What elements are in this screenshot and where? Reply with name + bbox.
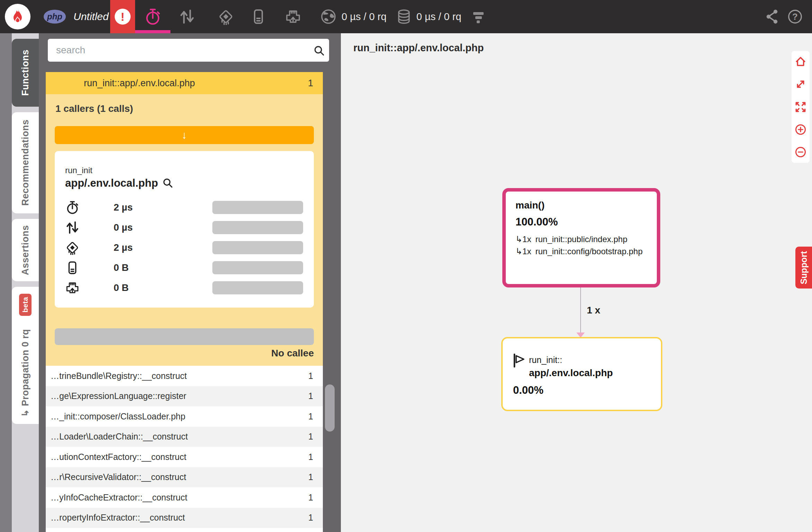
- function-list-item[interactable]: …::__construct 1: [46, 528, 323, 532]
- tab-label: Recommendations: [20, 119, 31, 206]
- metric-row-io: 0 µs: [55, 218, 314, 238]
- function-list-item[interactable]: …utionContextFactory::__construct 1: [46, 447, 323, 467]
- metric-value: 0 B: [114, 262, 129, 273]
- function-list-item[interactable]: …r\RecursiveValidator::__construct 1: [46, 467, 323, 488]
- svg-text:?: ?: [792, 12, 798, 21]
- callers-block: 1 callers (1 calls) ↓ run_init app/.env.…: [46, 94, 323, 366]
- tab-recommendations[interactable]: Recommendations: [12, 112, 39, 213]
- metric-bar: [212, 281, 303, 294]
- exclamation-icon: !: [115, 9, 131, 25]
- support-tab[interactable]: Support: [795, 247, 812, 289]
- selected-function-row[interactable]: run_init::app/.env.local.php 1: [46, 72, 323, 94]
- metric-row-wall-time: 2 µs: [55, 197, 314, 218]
- tab-label: ↳ Propagation 0 rq: [20, 329, 31, 417]
- php-language-badge: php: [44, 10, 66, 24]
- call-count: 1: [308, 411, 313, 422]
- callee-line: ↳1xrun_init::config/bootstrap.php: [515, 245, 657, 257]
- tab-label: Functions: [20, 50, 31, 96]
- node-name: app/.env.local.php: [529, 367, 661, 379]
- zoom-in-icon[interactable]: [794, 123, 807, 136]
- graph-node-main[interactable]: main() 100.00% ↳1xrun_init::public/index…: [502, 188, 660, 287]
- globe-icon[interactable]: [320, 8, 337, 25]
- tab-assertions[interactable]: Assertions: [12, 219, 39, 281]
- help-icon[interactable]: ?: [787, 9, 803, 25]
- rail-shadow: [0, 33, 12, 532]
- call-count: 1: [308, 452, 313, 462]
- errors-tab[interactable]: !: [110, 0, 135, 33]
- node-title: main(): [515, 200, 657, 211]
- call-count: 1: [308, 371, 313, 381]
- metric-value: 0 µs: [114, 222, 133, 233]
- network-icon: [65, 281, 80, 295]
- expand-diagonal-icon[interactable]: [794, 78, 807, 91]
- tab-label: Assertions: [20, 225, 31, 275]
- callee-line: ↳1xrun_init::public/index.php: [515, 233, 657, 245]
- metric-bar: [212, 221, 303, 234]
- callers-heading: 1 callers (1 calls): [55, 103, 133, 114]
- network-icon[interactable]: [285, 8, 301, 25]
- search-input[interactable]: [48, 39, 329, 62]
- beta-badge: beta: [19, 294, 32, 316]
- caller-expand-bar[interactable]: ↓: [55, 126, 314, 144]
- call-count: 1: [308, 493, 313, 503]
- sql-queries-stat: 0 µs / 0 rq: [416, 0, 461, 33]
- function-list-item[interactable]: …ge\ExpressionLanguage::register 1: [46, 386, 323, 407]
- functions-panel: run_init::app/.env.local.php 1 1 callers…: [39, 33, 341, 532]
- search-icon: [312, 44, 326, 58]
- blackfire-logo[interactable]: [5, 4, 30, 29]
- panel-scrollbar-thumb[interactable]: [325, 384, 335, 432]
- function-list-item[interactable]: …yInfoCacheExtractor::__construct 1: [46, 487, 323, 508]
- io-arrows-icon[interactable]: [179, 8, 195, 25]
- memory-icon: [65, 260, 80, 275]
- cpu-icon[interactable]: [218, 8, 234, 25]
- metric-bar: [212, 261, 303, 274]
- magnifier-icon[interactable]: [161, 177, 175, 190]
- graph-node-target[interactable]: run_init:: app/.env.local.php 0.00%: [501, 337, 662, 411]
- function-detail-card: run_init app/.env.local.php 2 µs: [55, 151, 314, 308]
- function-list-item[interactable]: …ropertyInfoExtractor::__construct 1: [46, 508, 323, 528]
- metric-row-cpu: 2 µs: [55, 238, 314, 258]
- zoom-out-icon[interactable]: [794, 145, 807, 159]
- cpu-icon: [65, 240, 80, 255]
- metric-row-network: 0 B: [55, 278, 314, 298]
- memory-icon[interactable]: [250, 8, 267, 25]
- function-name: app/.env.local.php: [65, 177, 158, 189]
- function-list-item[interactable]: …_init::composer/ClassLoader.php 1: [46, 406, 323, 427]
- call-graph-canvas[interactable]: run_init::app/.env.local.php main() 100.…: [341, 33, 812, 532]
- profile-name[interactable]: Untitled: [73, 0, 109, 33]
- database-icon[interactable]: [396, 8, 412, 25]
- tab-propagation[interactable]: beta ↳ Propagation 0 rq: [12, 287, 39, 424]
- wall-time-tab[interactable]: [135, 0, 170, 33]
- flag-icon: [513, 354, 526, 366]
- function-list-item[interactable]: …trineBundle\Registry::__construct 1: [46, 366, 323, 386]
- call-count: 1: [308, 432, 313, 442]
- metric-bar: [212, 201, 303, 214]
- metric-value: 2 µs: [114, 242, 133, 253]
- stopwatch-icon: [144, 8, 162, 26]
- graph-title: run_init::app/.env.local.php: [353, 42, 484, 54]
- call-count: 1: [308, 472, 313, 482]
- call-count: 1: [308, 513, 313, 523]
- fullscreen-icon[interactable]: [794, 100, 807, 114]
- node-namespace: run_init::: [529, 355, 562, 365]
- no-callee-label: No callee: [271, 348, 314, 359]
- tab-functions[interactable]: Functions: [12, 39, 39, 107]
- node-percent: 100.00%: [515, 216, 657, 228]
- http-requests-stat: 0 µs / 0 rq: [342, 0, 387, 33]
- metric-bar: [212, 241, 303, 254]
- filter-icon[interactable]: [470, 9, 487, 26]
- function-list-item[interactable]: …Loader\LoaderChain::__construct 1: [46, 427, 323, 447]
- top-bar: php Untitled !: [0, 0, 812, 33]
- metric-row-memory: 0 B: [55, 258, 314, 278]
- flame-icon: [9, 8, 26, 25]
- left-tab-rail: Functions Recommendations Assertions bet…: [0, 33, 39, 532]
- function-list: …trineBundle\Registry::__construct 1 …ge…: [46, 366, 323, 532]
- share-icon[interactable]: [764, 9, 780, 25]
- metric-list: 2 µs 0 µs: [55, 197, 314, 298]
- down-arrow-icon: ↓: [182, 129, 187, 141]
- call-count: 1: [308, 391, 313, 401]
- metric-value: 0 B: [114, 282, 129, 293]
- call-edge: [580, 287, 581, 333]
- metric-value: 2 µs: [114, 202, 133, 213]
- home-icon[interactable]: [794, 55, 807, 68]
